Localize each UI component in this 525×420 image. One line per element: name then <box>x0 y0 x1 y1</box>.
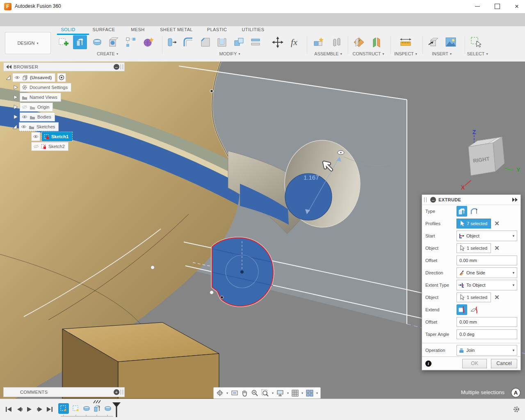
group-select[interactable]: SELECT▾ <box>467 51 488 56</box>
select-button[interactable] <box>469 35 483 49</box>
fillet-button[interactable] <box>181 35 195 49</box>
start-offset-input[interactable]: 0.00 mm <box>457 256 517 265</box>
tab-plastic[interactable]: PLASTIC <box>207 27 227 32</box>
info-icon[interactable]: i <box>425 361 431 367</box>
tree-item-document-settings[interactable]: Document Settings <box>13 83 71 92</box>
group-inspect[interactable]: INSPECT▾ <box>394 51 417 56</box>
tab-solid[interactable]: SOLID <box>61 27 75 32</box>
grid-icon[interactable] <box>292 390 299 397</box>
collapsed-triangle-icon[interactable] <box>13 85 18 90</box>
timeline-feature-sketch2[interactable] <box>71 403 81 414</box>
collapse-panel-icon[interactable] <box>6 65 12 69</box>
extent-type-dropdown[interactable]: To Object ▼ <box>457 280 517 290</box>
display-settings-icon[interactable] <box>276 390 284 397</box>
insert-image-button[interactable] <box>444 35 458 49</box>
profiles-clear-icon[interactable]: ✕ <box>494 220 500 227</box>
taper-angle-input[interactable]: 0.0 deg <box>457 329 517 339</box>
timeline-feature-extrude-editing[interactable] <box>92 403 103 414</box>
shell-button[interactable] <box>215 35 229 49</box>
offset-input[interactable]: 0.00 mm <box>457 317 517 327</box>
maximize-button[interactable] <box>488 0 506 13</box>
start-object-selection-button[interactable]: 1 selected <box>457 243 491 253</box>
close-button[interactable]: × <box>508 0 525 13</box>
timeline-step-back-button[interactable] <box>15 405 24 414</box>
workspace-selector[interactable]: DESIGN▾ <box>5 32 51 54</box>
comments-panel[interactable]: COMMENTS + <box>3 387 125 397</box>
viewports-icon[interactable] <box>306 390 313 397</box>
move-button[interactable] <box>271 35 285 49</box>
collapsed-triangle-icon[interactable] <box>13 95 18 100</box>
group-modify[interactable]: MODIFY▾ <box>219 51 240 56</box>
collapsed-triangle-icon[interactable] <box>13 105 18 110</box>
tree-item-named-views[interactable]: Named Views <box>13 93 61 102</box>
start-dropdown[interactable]: Object ▼ <box>457 231 517 241</box>
tree-item-root[interactable]: (Unsaved) <box>6 73 66 82</box>
chamfer-button[interactable] <box>199 35 212 49</box>
group-construct[interactable]: CONSTRUCT▾ <box>352 51 384 56</box>
visibility-off-eye-icon[interactable] <box>22 105 27 109</box>
insert-derive-button[interactable] <box>427 35 441 49</box>
tree-item-sketch1[interactable]: Sketch1 <box>31 132 72 141</box>
visibility-eye-icon[interactable] <box>22 115 27 119</box>
orbit-icon[interactable] <box>216 389 224 397</box>
construct-axis-button[interactable] <box>370 35 384 49</box>
collapsed-triangle-icon[interactable] <box>13 114 18 119</box>
create-sketch-button[interactable] <box>57 35 71 49</box>
visibility-off-eye-icon[interactable] <box>33 144 39 148</box>
parameters-fx-button[interactable]: fx <box>287 35 301 49</box>
tab-surface[interactable]: SURFACE <box>93 27 115 32</box>
extent-object-clear-icon[interactable]: ✕ <box>494 294 500 301</box>
timeline-playhead[interactable] <box>112 402 121 418</box>
operation-dropdown[interactable]: Join ▼ <box>457 345 517 356</box>
minimize-button[interactable] <box>468 0 486 13</box>
viewport-3d[interactable]: 1.167 BROWSER – (Unsaved) Document Setti… <box>0 62 525 399</box>
offset-face-button[interactable] <box>249 35 262 49</box>
autodesk-assistant-badge[interactable]: A <box>511 388 520 397</box>
timeline-play-button[interactable] <box>25 405 34 414</box>
pattern-button[interactable] <box>124 35 138 49</box>
extrude-button[interactable] <box>73 35 87 49</box>
visibility-eye-icon[interactable] <box>21 125 27 129</box>
combine-button[interactable] <box>232 35 246 49</box>
extent-object-selection-button[interactable]: 1 selected <box>457 292 491 302</box>
dimension-value[interactable]: 1.167 <box>304 174 319 181</box>
dialog-expand-icon[interactable] <box>512 198 518 202</box>
timeline-feature-sketch1[interactable] <box>58 403 69 414</box>
timeline-step-forward-button[interactable] <box>35 405 44 414</box>
add-comment-icon[interactable]: + <box>114 389 119 395</box>
comments-grip[interactable] <box>121 390 123 395</box>
timeline-go-to-end-button[interactable] <box>45 405 54 414</box>
extend-adjacent-button[interactable] <box>469 304 479 315</box>
selected-profile-keyhole[interactable] <box>212 238 273 306</box>
type-thin-extrude-button[interactable] <box>469 206 479 217</box>
browser-header[interactable]: BROWSER – <box>3 62 125 71</box>
zoom-icon[interactable] <box>251 389 258 397</box>
type-solid-extrude-button[interactable] <box>457 206 467 217</box>
extend-faces-button[interactable] <box>457 304 467 315</box>
cancel-button[interactable]: Cancel <box>491 359 517 368</box>
group-insert[interactable]: INSERT▾ <box>432 51 452 56</box>
ok-button[interactable]: OK <box>462 359 487 368</box>
look-at-icon[interactable] <box>231 390 238 396</box>
tree-item-sketch2[interactable]: Sketch2 <box>31 142 68 151</box>
revolve-button[interactable] <box>90 35 104 49</box>
group-assemble[interactable]: ASSEMBLE▾ <box>314 51 342 56</box>
hole-button[interactable] <box>107 35 121 49</box>
construct-plane-button[interactable] <box>352 35 366 49</box>
dialog-header[interactable]: – EXTRUDE <box>422 195 520 205</box>
tree-item-origin[interactable]: Origin <box>13 103 53 112</box>
timeline-feature-revolve1[interactable] <box>81 403 92 414</box>
zoom-window-icon[interactable] <box>261 389 269 397</box>
expanded-triangle-icon[interactable] <box>12 124 17 129</box>
group-create[interactable]: CREATE▾ <box>97 51 118 56</box>
expanded-triangle-icon[interactable] <box>6 75 11 80</box>
dialog-collapse-icon[interactable]: – <box>430 197 436 203</box>
tab-utilities[interactable]: UTILITIES <box>242 27 265 32</box>
joint-button[interactable] <box>330 35 344 49</box>
tree-item-bodies[interactable]: Bodies <box>13 112 55 121</box>
timeline-settings-gear-icon[interactable] <box>512 405 521 414</box>
create-form-button[interactable] <box>141 35 155 49</box>
new-component-button[interactable] <box>312 35 326 49</box>
tab-sheet-metal[interactable]: SHEET METAL <box>160 27 193 32</box>
profiles-selection-button[interactable]: 7 selected <box>457 219 491 228</box>
